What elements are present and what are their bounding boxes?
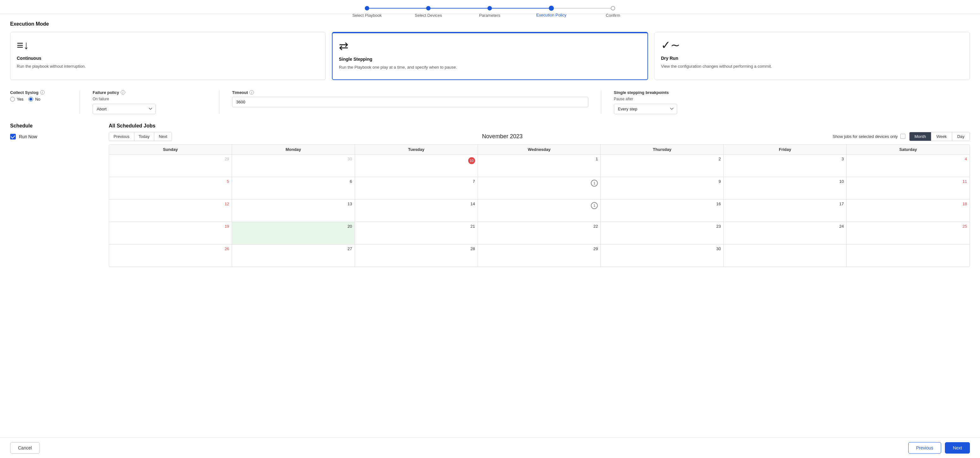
breakpoints-select-wrapper: Every step On failure Never: [614, 104, 970, 114]
cal-day-28-nov[interactable]: 28: [355, 244, 478, 267]
mode-continuous[interactable]: ≡↓ Continuous Run the playbook without i…: [10, 32, 326, 80]
view-week-button[interactable]: Week: [931, 132, 952, 141]
steps-container: Select Playbook Select Devices Parameter…: [365, 6, 615, 11]
continuous-icon: ≡↓: [17, 38, 319, 52]
cal-day-4-nov[interactable]: 4: [846, 155, 970, 177]
cal-day-17-nov[interactable]: 17: [724, 199, 846, 222]
cal-day-24-nov[interactable]: 24: [724, 222, 846, 244]
cal-day-30-nov[interactable]: 30: [601, 244, 724, 267]
cal-day-10-nov[interactable]: 10: [724, 177, 846, 199]
cal-today-button[interactable]: Today: [134, 132, 154, 141]
failure-policy-info-icon[interactable]: i: [121, 90, 125, 94]
cal-day-30-oct[interactable]: 30: [232, 155, 355, 177]
collect-syslog-no-radio[interactable]: [29, 97, 33, 102]
show-devices-row: Show jobs for selected devices only: [833, 134, 905, 139]
step-label-2: Select Devices: [415, 13, 442, 18]
single-stepping-title: Single Stepping: [339, 57, 641, 62]
collect-syslog-info-icon[interactable]: i: [40, 90, 45, 94]
collect-syslog-yes[interactable]: Yes: [10, 97, 23, 102]
cal-day-1-nov[interactable]: 1: [478, 155, 601, 177]
schedule-title: Schedule: [10, 123, 99, 129]
cal-day-21-nov[interactable]: 21: [355, 222, 478, 244]
run-now-checkbox[interactable]: [10, 134, 16, 139]
cal-next-button[interactable]: Next: [154, 132, 172, 141]
collect-syslog-label: Collect Syslog i: [10, 90, 67, 95]
cal-day-26-nov[interactable]: 26: [109, 244, 232, 267]
collect-syslog-radio-group: Yes No: [10, 97, 67, 102]
execution-modes: ≡↓ Continuous Run the playbook without i…: [10, 32, 970, 80]
cal-header-tuesday: Tuesday: [355, 145, 478, 154]
step-parameters[interactable]: Parameters: [487, 6, 492, 10]
cal-nav-buttons: Previous Today Next: [109, 132, 172, 141]
calendar-title: All Scheduled Jobs: [109, 123, 970, 129]
cal-day-23-nov[interactable]: 23: [601, 222, 724, 244]
cal-day-29-oct[interactable]: 29: [109, 155, 232, 177]
previous-button[interactable]: Previous: [908, 442, 941, 453]
step-dot-5: [611, 6, 615, 10]
cal-day-6-nov[interactable]: 6: [232, 177, 355, 199]
cal-day-29-nov[interactable]: 29: [478, 244, 601, 267]
cal-day-empty-1: [724, 244, 846, 267]
step-select-devices[interactable]: Select Devices: [426, 6, 431, 10]
mode-single-stepping[interactable]: ⇄ Single Stepping Run the Playbook one p…: [332, 32, 648, 80]
show-devices-checkbox[interactable]: [900, 134, 905, 139]
step-dot-4: [549, 6, 554, 11]
left-panel: Schedule Run Now: [10, 123, 99, 267]
cal-day-12-nov[interactable]: 12: [109, 199, 232, 222]
dry-run-icon: ✓​∼: [661, 38, 963, 52]
mode-dry-run[interactable]: ✓​∼ Dry Run View the configuration chang…: [654, 32, 970, 80]
collect-syslog-no[interactable]: No: [29, 97, 40, 102]
step-select-playbook[interactable]: Select Playbook: [365, 6, 369, 10]
cal-day-13-nov[interactable]: 13: [232, 199, 355, 222]
cal-day-3-nov[interactable]: 3: [724, 155, 846, 177]
view-month-button[interactable]: Month: [910, 132, 931, 141]
main-content: Execution Mode ≡↓ Continuous Run the pla…: [0, 14, 980, 437]
step-dot-3: [487, 6, 492, 10]
cal-header-wednesday: Wednesday: [478, 145, 601, 154]
timeout-group: Timeout i: [232, 90, 588, 107]
step-label-3: Parameters: [479, 13, 500, 18]
cal-day-2-nov[interactable]: 2: [601, 155, 724, 177]
cal-day-18-nov[interactable]: 18: [846, 199, 970, 222]
breakpoints-select[interactable]: Every step On failure Never: [614, 104, 677, 114]
step-confirm[interactable]: Confirm: [611, 6, 615, 10]
cal-day-25-nov[interactable]: 25: [846, 222, 970, 244]
continuous-title: Continuous: [17, 56, 319, 61]
divider-2: [219, 90, 220, 114]
cal-day-31-oct[interactable]: 10: [355, 155, 478, 177]
cal-day-9-nov[interactable]: 9: [601, 177, 724, 199]
cal-day-16-nov[interactable]: 16: [601, 199, 724, 222]
show-devices-label: Show jobs for selected devices only: [833, 134, 898, 139]
step-execution-policy[interactable]: Execution Policy: [549, 6, 554, 11]
breakpoints-label: Single stepping breakpoints: [614, 90, 970, 95]
failure-policy-select[interactable]: Abort Continue Rollback: [92, 104, 156, 114]
cal-day-22-nov[interactable]: 22: [478, 222, 601, 244]
footer-right: Previous Next: [908, 442, 970, 453]
dry-run-title: Dry Run: [661, 56, 963, 61]
cal-day-27-nov[interactable]: 27: [232, 244, 355, 267]
cal-week-3: 12 13 14 1 16 17 18: [109, 199, 970, 222]
collect-syslog-yes-radio[interactable]: [10, 97, 15, 102]
next-button[interactable]: Next: [945, 442, 970, 453]
cal-day-20-nov[interactable]: 20: [232, 222, 355, 244]
cal-day-11-nov[interactable]: 11: [846, 177, 970, 199]
cal-day-19-nov[interactable]: 19: [109, 222, 232, 244]
timeout-input[interactable]: [232, 97, 588, 107]
cal-day-14-nov[interactable]: 14: [355, 199, 478, 222]
cal-month-title: November 2023: [482, 133, 523, 140]
calendar-controls-row: Previous Today Next November 2023 Show j…: [109, 132, 970, 141]
step-line-3: [492, 8, 549, 8]
cal-day-5-nov[interactable]: 5: [109, 177, 232, 199]
cal-day-15-nov[interactable]: 1: [478, 199, 601, 222]
cancel-button[interactable]: Cancel: [10, 442, 40, 453]
failure-policy-label: Failure policy i: [92, 90, 207, 95]
cal-day-8-nov[interactable]: 1: [478, 177, 601, 199]
run-now-row: Run Now: [10, 134, 99, 139]
view-day-button[interactable]: Day: [952, 132, 970, 141]
step-label-4: Execution Policy: [536, 13, 566, 18]
step-dot-2: [426, 6, 431, 10]
cal-day-7-nov[interactable]: 7: [355, 177, 478, 199]
timeout-info-icon[interactable]: i: [250, 90, 254, 94]
calendar-grid: Sunday Monday Tuesday Wednesday Thursday…: [109, 144, 970, 267]
cal-prev-button[interactable]: Previous: [109, 132, 134, 141]
